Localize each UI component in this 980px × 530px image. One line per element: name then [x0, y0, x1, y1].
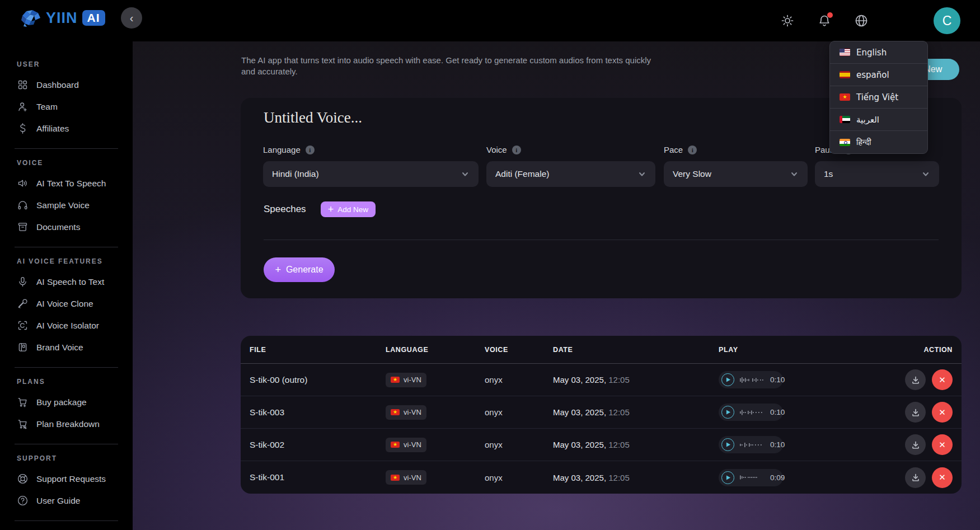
- download-button[interactable]: [905, 434, 926, 455]
- language-field-label: Language: [263, 145, 301, 154]
- play-button[interactable]: [721, 373, 734, 386]
- play-button[interactable]: [721, 406, 734, 419]
- sidebar-item-user-guide[interactable]: User Guide: [17, 490, 118, 512]
- close-icon: ✕: [939, 407, 946, 418]
- section-header-user: USER: [17, 60, 118, 68]
- sidebar-divider: [15, 367, 118, 368]
- notification-bell-icon[interactable]: [818, 14, 831, 27]
- sidebar-item-ai-speech-to-text[interactable]: AI Speech to Text: [17, 271, 118, 293]
- section-header-ai-voice-features: AI VOICE FEATURES: [17, 257, 118, 265]
- speaker-icon: [17, 177, 29, 189]
- sidebar: USER Dashboard Team Affiliates VOICE AI …: [0, 41, 133, 530]
- page-description: The AI app that turns text into audio sp…: [241, 55, 655, 77]
- sidebar-item-team[interactable]: Team: [17, 96, 118, 118]
- sidebar-item-documents[interactable]: Documents: [17, 216, 118, 238]
- pause-select-value: 1s: [824, 169, 833, 179]
- globe-icon[interactable]: [855, 14, 868, 27]
- delete-button[interactable]: ✕: [932, 467, 953, 488]
- info-icon[interactable]: i: [306, 146, 315, 154]
- add-new-speech-button[interactable]: + Add New: [321, 201, 376, 217]
- lang-option-arabic[interactable]: العربية: [830, 109, 927, 131]
- sidebar-collapse-button[interactable]: ‹: [121, 7, 142, 29]
- sidebar-item-buy-package[interactable]: Buy package: [17, 391, 118, 413]
- file-name: S-tik-001: [250, 472, 386, 482]
- pace-select[interactable]: Very Slow: [664, 161, 808, 187]
- sidebar-item-dashboard[interactable]: Dashboard: [17, 74, 118, 96]
- file-date: May 03, 2025, 12:05: [553, 473, 719, 482]
- plus-icon: +: [328, 204, 334, 214]
- col-header-play: PLAY: [719, 346, 864, 354]
- delete-button[interactable]: ✕: [932, 369, 953, 390]
- section-header-voice: VOICE: [17, 159, 118, 167]
- voice-name: onyx: [485, 473, 553, 482]
- chevron-down-icon: [637, 170, 646, 179]
- file-name: S-tik-00 (outro): [250, 375, 386, 385]
- microphone-icon: [17, 276, 29, 288]
- file-name: S-tik-002: [250, 440, 386, 450]
- plus-icon: +: [275, 265, 281, 275]
- sidebar-item-ai-voice-clone[interactable]: AI Voice Clone: [17, 293, 118, 315]
- language-dropdown-menu: English español ★ Tiếng Việt العربية हिन…: [829, 41, 928, 154]
- sidebar-item-support-requests[interactable]: Support Requests: [17, 468, 118, 490]
- lang-option-hindi[interactable]: हिन्दी: [830, 131, 927, 153]
- lang-option-vietnamese[interactable]: ★ Tiếng Việt: [830, 86, 927, 109]
- download-button[interactable]: [905, 467, 926, 488]
- theme-toggle-icon[interactable]: [781, 14, 794, 27]
- sidebar-item-ai-voice-isolator[interactable]: AI Voice Isolator: [17, 315, 118, 336]
- lang-option-label: español: [856, 70, 889, 80]
- sidebar-item-label: Support Requests: [36, 474, 106, 484]
- sidebar-item-label: Affiliates: [36, 124, 69, 134]
- audio-duration: 0:09: [770, 473, 785, 482]
- play-button[interactable]: [721, 438, 734, 451]
- vietnam-flag-icon: ★: [840, 93, 850, 101]
- vietnam-flag-icon: ★: [391, 377, 400, 383]
- sidebar-item-label: Documents: [36, 222, 80, 232]
- download-button[interactable]: [905, 402, 926, 423]
- app-logo[interactable]: YIIN AI: [19, 8, 105, 28]
- sidebar-item-label: Brand Voice: [36, 343, 83, 353]
- sidebar-item-plan-breakdown[interactable]: Plan Breakdown: [17, 413, 118, 435]
- user-avatar[interactable]: C: [934, 7, 960, 34]
- sidebar-divider: [15, 148, 118, 149]
- delete-button[interactable]: ✕: [932, 402, 953, 423]
- generate-button[interactable]: + Generate: [264, 257, 335, 282]
- spain-flag-icon: [840, 71, 850, 78]
- sidebar-item-label: Plan Breakdown: [36, 419, 100, 429]
- pause-select[interactable]: 1s: [815, 161, 939, 187]
- sidebar-divider: [15, 520, 118, 521]
- close-icon: ✕: [939, 440, 946, 450]
- sidebar-item-affiliates[interactable]: Affiliates: [17, 118, 118, 139]
- sidebar-item-label: AI Text To Speech: [36, 179, 106, 189]
- lang-option-espanol[interactable]: español: [830, 64, 927, 86]
- lang-option-english[interactable]: English: [830, 41, 927, 64]
- download-button[interactable]: [905, 369, 926, 390]
- sidebar-divider: [15, 444, 118, 444]
- voice-field-label: Voice: [486, 145, 507, 154]
- delete-button[interactable]: ✕: [932, 434, 953, 455]
- uae-flag-icon: [840, 116, 850, 123]
- dashboard-icon: [17, 79, 29, 91]
- info-icon[interactable]: i: [688, 146, 697, 154]
- play-button[interactable]: [721, 471, 734, 484]
- sidebar-item-sample-voice[interactable]: Sample Voice: [17, 194, 118, 216]
- voice-title-input[interactable]: Untitled Voice...: [264, 109, 362, 126]
- waveform: [740, 442, 765, 448]
- file-time: 12:05: [608, 440, 630, 449]
- file-time: 12:05: [608, 375, 630, 384]
- waveform: [740, 377, 765, 383]
- language-select[interactable]: Hindi (India): [263, 161, 479, 187]
- language-select-value: Hindi (India): [272, 169, 319, 179]
- language-code: vi-VN: [404, 408, 421, 416]
- audio-player: 0:10: [719, 371, 783, 388]
- lang-option-label: हिन्दी: [856, 137, 871, 147]
- info-icon[interactable]: i: [512, 146, 521, 154]
- chevron-down-icon: [921, 170, 930, 179]
- sidebar-item-brand-voice[interactable]: Brand Voice: [17, 336, 118, 358]
- sidebar-item-label: AI Speech to Text: [36, 277, 104, 287]
- voice-select[interactable]: Aditi (Female): [486, 161, 655, 187]
- voice-name: onyx: [485, 375, 553, 384]
- sidebar-item-label: Sample Voice: [36, 200, 90, 210]
- sidebar-item-ai-text-to-speech[interactable]: AI Text To Speech: [17, 172, 118, 194]
- lifebuoy-icon: [17, 473, 29, 485]
- audio-duration: 0:10: [770, 440, 785, 449]
